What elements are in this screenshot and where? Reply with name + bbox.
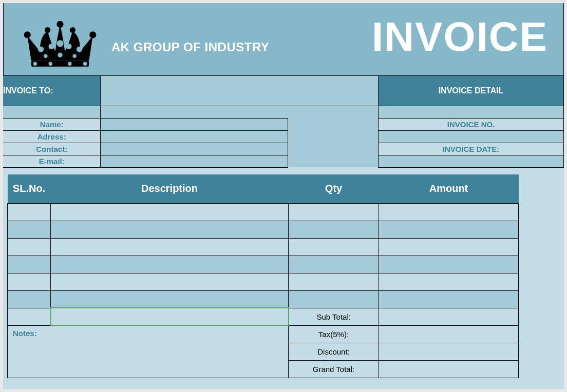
address-label: Adress: [3,130,101,143]
cell-desc[interactable] [51,203,289,221]
svg-point-12 [56,40,63,47]
cell-sl[interactable] [8,221,51,238]
svg-rect-0 [31,61,89,67]
contact-label: Contact: [3,143,101,155]
cell-sl[interactable] [8,256,51,273]
invoice-to-heading: INVOICE TO: [3,76,101,106]
svg-point-10 [38,46,44,52]
notes-area[interactable]: Notes: [8,325,289,378]
cell-qty[interactable] [289,290,379,308]
contact-field[interactable] [101,143,288,155]
header: AK GROUP OF INDUSTRY INVOICE [3,3,564,76]
email-field[interactable] [101,155,288,167]
notes-label: Notes: [13,329,37,338]
invoice-date-field[interactable] [379,155,564,167]
cell-sl[interactable] [8,203,51,221]
svg-point-8 [70,27,75,33]
svg-point-3 [68,62,72,66]
address-field[interactable] [101,130,288,143]
subtotal-label: Sub Total: [289,308,379,325]
invoice-title: INVOICE [372,13,548,61]
svg-point-13 [66,44,71,49]
tax-label: Tax(5%): [289,325,379,343]
invoice-no-label: INVOICE NO. [379,118,564,130]
cell-qty[interactable] [289,238,379,256]
svg-point-16 [58,53,62,57]
svg-point-17 [72,54,77,58]
email-label: E-mail: [3,155,101,167]
grand-total-value[interactable] [379,360,519,378]
svg-point-1 [33,62,37,66]
cell-amount[interactable] [379,273,519,290]
svg-point-11 [49,44,54,49]
svg-point-2 [49,62,53,66]
cell-desc[interactable] [51,290,289,308]
cell-desc[interactable] [51,221,289,238]
cell-desc[interactable] [51,273,289,290]
col-slno: SL.No. [8,174,51,203]
discount-label: Discount: [289,343,379,360]
cell-qty[interactable] [289,221,379,238]
crown-logo-icon [22,21,99,70]
cell-qty[interactable] [289,256,379,273]
name-field[interactable] [101,118,288,130]
svg-point-7 [56,21,63,28]
cell-desc[interactable] [51,256,289,273]
invoice-no-field[interactable] [379,130,564,143]
cell-amount[interactable] [379,290,519,308]
cell-qty[interactable] [289,273,379,290]
name-label: Name: [3,118,101,130]
selected-cell[interactable] [51,308,289,325]
company-name: AK GROUP OF INDUSTRY [111,40,269,54]
col-desc: Description [51,174,289,203]
svg-point-6 [45,27,50,33]
svg-point-5 [24,31,31,38]
cell-amount[interactable] [379,221,519,238]
cell-sl[interactable] [8,238,51,256]
invoice-date-label: INVOICE DATE: [379,143,564,155]
cell-amount[interactable] [379,256,519,273]
cell-sl[interactable] [8,273,51,290]
tax-value[interactable] [379,325,519,343]
col-amount: Amount [379,174,519,203]
grand-total-label: Grand Total: [289,360,379,378]
subtotal-value[interactable] [379,308,519,325]
discount-value[interactable] [379,343,519,360]
cell-qty[interactable] [289,203,379,221]
cell-amount[interactable] [379,203,519,221]
svg-point-4 [83,62,87,66]
svg-point-14 [77,46,82,52]
svg-point-9 [89,31,96,38]
cell-sl[interactable] [8,290,51,308]
cell-desc[interactable] [51,238,289,256]
invoice-page: AK GROUP OF INDUSTRY INVOICE INVOICE TO:… [3,3,564,389]
line-items-table: SL.No. Description Qty Amount Sub Total:… [7,174,560,378]
svg-point-15 [44,54,48,58]
col-qty: Qty [289,174,379,203]
invoice-detail-heading: INVOICE DETAIL [379,76,564,106]
cell-amount[interactable] [379,238,519,256]
